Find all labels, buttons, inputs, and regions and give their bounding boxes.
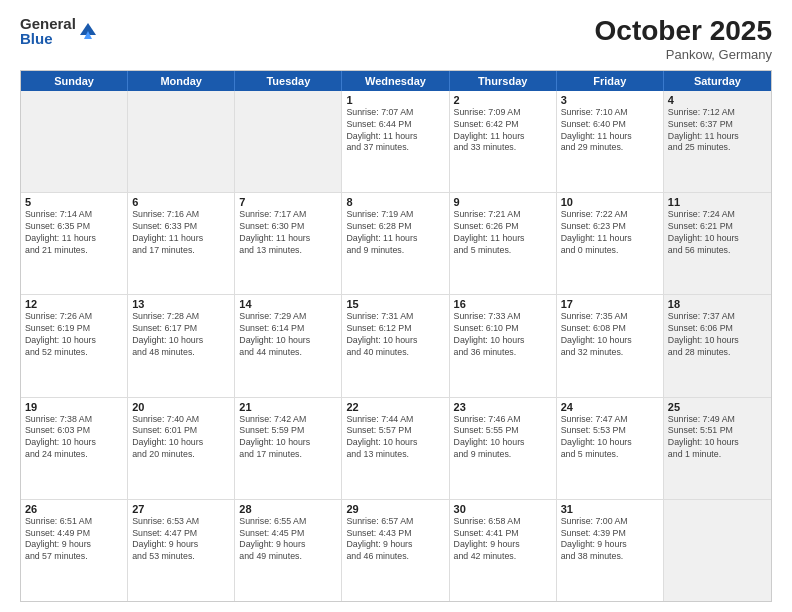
calendar-cell-29: 29Sunrise: 6:57 AM Sunset: 4:43 PM Dayli… <box>342 500 449 601</box>
day-number: 3 <box>561 94 659 106</box>
cell-info: Sunrise: 7:47 AM Sunset: 5:53 PM Dayligh… <box>561 414 659 462</box>
calendar-cell-20: 20Sunrise: 7:40 AM Sunset: 6:01 PM Dayli… <box>128 398 235 499</box>
day-number: 6 <box>132 196 230 208</box>
cell-info: Sunrise: 7:35 AM Sunset: 6:08 PM Dayligh… <box>561 311 659 359</box>
day-number: 27 <box>132 503 230 515</box>
calendar-cell-24: 24Sunrise: 7:47 AM Sunset: 5:53 PM Dayli… <box>557 398 664 499</box>
cell-info: Sunrise: 7:28 AM Sunset: 6:17 PM Dayligh… <box>132 311 230 359</box>
day-number: 29 <box>346 503 444 515</box>
calendar-cell-25: 25Sunrise: 7:49 AM Sunset: 5:51 PM Dayli… <box>664 398 771 499</box>
header-day-monday: Monday <box>128 71 235 91</box>
day-number: 13 <box>132 298 230 310</box>
day-number: 31 <box>561 503 659 515</box>
calendar-cell-7: 7Sunrise: 7:17 AM Sunset: 6:30 PM Daylig… <box>235 193 342 294</box>
cell-info: Sunrise: 7:31 AM Sunset: 6:12 PM Dayligh… <box>346 311 444 359</box>
page: General Blue October 2025 Pankow, German… <box>0 0 792 612</box>
header-day-thursday: Thursday <box>450 71 557 91</box>
header-day-sunday: Sunday <box>21 71 128 91</box>
cell-info: Sunrise: 6:53 AM Sunset: 4:47 PM Dayligh… <box>132 516 230 564</box>
calendar-cell-23: 23Sunrise: 7:46 AM Sunset: 5:55 PM Dayli… <box>450 398 557 499</box>
cell-info: Sunrise: 7:24 AM Sunset: 6:21 PM Dayligh… <box>668 209 767 257</box>
day-number: 4 <box>668 94 767 106</box>
calendar-cell-13: 13Sunrise: 7:28 AM Sunset: 6:17 PM Dayli… <box>128 295 235 396</box>
day-number: 15 <box>346 298 444 310</box>
cell-info: Sunrise: 6:55 AM Sunset: 4:45 PM Dayligh… <box>239 516 337 564</box>
cell-info: Sunrise: 6:57 AM Sunset: 4:43 PM Dayligh… <box>346 516 444 564</box>
calendar-header: SundayMondayTuesdayWednesdayThursdayFrid… <box>21 71 771 91</box>
day-number: 21 <box>239 401 337 413</box>
cell-info: Sunrise: 7:17 AM Sunset: 6:30 PM Dayligh… <box>239 209 337 257</box>
month-title: October 2025 <box>595 16 772 47</box>
day-number: 9 <box>454 196 552 208</box>
logo: General Blue <box>20 16 98 46</box>
calendar-cell-empty-0-1 <box>128 91 235 192</box>
calendar-cell-30: 30Sunrise: 6:58 AM Sunset: 4:41 PM Dayli… <box>450 500 557 601</box>
cell-info: Sunrise: 7:00 AM Sunset: 4:39 PM Dayligh… <box>561 516 659 564</box>
day-number: 12 <box>25 298 123 310</box>
calendar-body: 1Sunrise: 7:07 AM Sunset: 6:44 PM Daylig… <box>21 91 771 601</box>
calendar-cell-3: 3Sunrise: 7:10 AM Sunset: 6:40 PM Daylig… <box>557 91 664 192</box>
calendar-cell-empty-0-0 <box>21 91 128 192</box>
calendar-cell-15: 15Sunrise: 7:31 AM Sunset: 6:12 PM Dayli… <box>342 295 449 396</box>
calendar-cell-6: 6Sunrise: 7:16 AM Sunset: 6:33 PM Daylig… <box>128 193 235 294</box>
calendar-cell-8: 8Sunrise: 7:19 AM Sunset: 6:28 PM Daylig… <box>342 193 449 294</box>
cell-info: Sunrise: 7:16 AM Sunset: 6:33 PM Dayligh… <box>132 209 230 257</box>
cell-info: Sunrise: 7:42 AM Sunset: 5:59 PM Dayligh… <box>239 414 337 462</box>
day-number: 30 <box>454 503 552 515</box>
calendar-cell-9: 9Sunrise: 7:21 AM Sunset: 6:26 PM Daylig… <box>450 193 557 294</box>
cell-info: Sunrise: 7:37 AM Sunset: 6:06 PM Dayligh… <box>668 311 767 359</box>
cell-info: Sunrise: 7:12 AM Sunset: 6:37 PM Dayligh… <box>668 107 767 155</box>
day-number: 7 <box>239 196 337 208</box>
calendar-cell-17: 17Sunrise: 7:35 AM Sunset: 6:08 PM Dayli… <box>557 295 664 396</box>
logo-general-text: General <box>20 16 76 31</box>
calendar-cell-26: 26Sunrise: 6:51 AM Sunset: 4:49 PM Dayli… <box>21 500 128 601</box>
header-day-saturday: Saturday <box>664 71 771 91</box>
calendar-cell-22: 22Sunrise: 7:44 AM Sunset: 5:57 PM Dayli… <box>342 398 449 499</box>
cell-info: Sunrise: 7:33 AM Sunset: 6:10 PM Dayligh… <box>454 311 552 359</box>
calendar-cell-empty-4-6 <box>664 500 771 601</box>
calendar-row-3: 19Sunrise: 7:38 AM Sunset: 6:03 PM Dayli… <box>21 397 771 499</box>
header-day-wednesday: Wednesday <box>342 71 449 91</box>
calendar-cell-19: 19Sunrise: 7:38 AM Sunset: 6:03 PM Dayli… <box>21 398 128 499</box>
day-number: 22 <box>346 401 444 413</box>
logo-icon <box>78 21 98 41</box>
day-number: 23 <box>454 401 552 413</box>
calendar-cell-12: 12Sunrise: 7:26 AM Sunset: 6:19 PM Dayli… <box>21 295 128 396</box>
calendar-cell-1: 1Sunrise: 7:07 AM Sunset: 6:44 PM Daylig… <box>342 91 449 192</box>
day-number: 2 <box>454 94 552 106</box>
cell-info: Sunrise: 7:19 AM Sunset: 6:28 PM Dayligh… <box>346 209 444 257</box>
day-number: 20 <box>132 401 230 413</box>
calendar-cell-16: 16Sunrise: 7:33 AM Sunset: 6:10 PM Dayli… <box>450 295 557 396</box>
header: General Blue October 2025 Pankow, German… <box>20 16 772 62</box>
calendar-cell-11: 11Sunrise: 7:24 AM Sunset: 6:21 PM Dayli… <box>664 193 771 294</box>
day-number: 18 <box>668 298 767 310</box>
day-number: 28 <box>239 503 337 515</box>
day-number: 10 <box>561 196 659 208</box>
day-number: 1 <box>346 94 444 106</box>
calendar-cell-2: 2Sunrise: 7:09 AM Sunset: 6:42 PM Daylig… <box>450 91 557 192</box>
cell-info: Sunrise: 7:14 AM Sunset: 6:35 PM Dayligh… <box>25 209 123 257</box>
calendar-cell-5: 5Sunrise: 7:14 AM Sunset: 6:35 PM Daylig… <box>21 193 128 294</box>
header-day-friday: Friday <box>557 71 664 91</box>
day-number: 14 <box>239 298 337 310</box>
day-number: 24 <box>561 401 659 413</box>
calendar-cell-10: 10Sunrise: 7:22 AM Sunset: 6:23 PM Dayli… <box>557 193 664 294</box>
cell-info: Sunrise: 6:51 AM Sunset: 4:49 PM Dayligh… <box>25 516 123 564</box>
cell-info: Sunrise: 7:49 AM Sunset: 5:51 PM Dayligh… <box>668 414 767 462</box>
calendar-cell-28: 28Sunrise: 6:55 AM Sunset: 4:45 PM Dayli… <box>235 500 342 601</box>
cell-info: Sunrise: 7:40 AM Sunset: 6:01 PM Dayligh… <box>132 414 230 462</box>
day-number: 5 <box>25 196 123 208</box>
day-number: 8 <box>346 196 444 208</box>
cell-info: Sunrise: 7:29 AM Sunset: 6:14 PM Dayligh… <box>239 311 337 359</box>
calendar-row-2: 12Sunrise: 7:26 AM Sunset: 6:19 PM Dayli… <box>21 294 771 396</box>
calendar-cell-21: 21Sunrise: 7:42 AM Sunset: 5:59 PM Dayli… <box>235 398 342 499</box>
calendar-cell-14: 14Sunrise: 7:29 AM Sunset: 6:14 PM Dayli… <box>235 295 342 396</box>
calendar-row-1: 5Sunrise: 7:14 AM Sunset: 6:35 PM Daylig… <box>21 192 771 294</box>
calendar-cell-empty-0-2 <box>235 91 342 192</box>
cell-info: Sunrise: 7:10 AM Sunset: 6:40 PM Dayligh… <box>561 107 659 155</box>
cell-info: Sunrise: 7:22 AM Sunset: 6:23 PM Dayligh… <box>561 209 659 257</box>
cell-info: Sunrise: 7:46 AM Sunset: 5:55 PM Dayligh… <box>454 414 552 462</box>
calendar: SundayMondayTuesdayWednesdayThursdayFrid… <box>20 70 772 602</box>
calendar-cell-18: 18Sunrise: 7:37 AM Sunset: 6:06 PM Dayli… <box>664 295 771 396</box>
cell-info: Sunrise: 7:38 AM Sunset: 6:03 PM Dayligh… <box>25 414 123 462</box>
